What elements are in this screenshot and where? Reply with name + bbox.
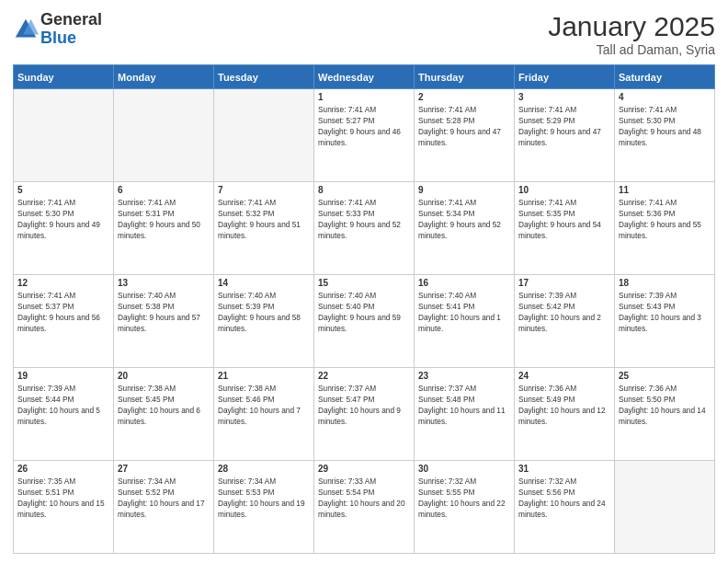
day-header-saturday: Saturday (615, 65, 715, 89)
calendar-table: SundayMondayTuesdayWednesdayThursdayFrid… (13, 64, 715, 554)
day-number: 26 (17, 464, 109, 474)
calendar-week-3: 12Sunrise: 7:41 AM Sunset: 5:37 PM Dayli… (14, 275, 715, 368)
calendar-week-5: 26Sunrise: 7:35 AM Sunset: 5:51 PM Dayli… (14, 461, 715, 554)
day-info: Sunrise: 7:34 AM Sunset: 5:53 PM Dayligh… (218, 476, 310, 520)
day-number: 29 (318, 464, 410, 474)
day-info: Sunrise: 7:40 AM Sunset: 5:41 PM Dayligh… (418, 290, 510, 334)
calendar-title: January 2025 (548, 11, 715, 42)
calendar-cell: 18Sunrise: 7:39 AM Sunset: 5:43 PM Dayli… (615, 275, 715, 368)
calendar-cell: 13Sunrise: 7:40 AM Sunset: 5:38 PM Dayli… (114, 275, 214, 368)
day-info: Sunrise: 7:38 AM Sunset: 5:46 PM Dayligh… (218, 383, 310, 427)
day-number: 1 (318, 92, 410, 102)
day-info: Sunrise: 7:41 AM Sunset: 5:36 PM Dayligh… (619, 197, 711, 241)
calendar-cell: 4Sunrise: 7:41 AM Sunset: 5:30 PM Daylig… (615, 89, 715, 182)
day-info: Sunrise: 7:35 AM Sunset: 5:51 PM Dayligh… (17, 476, 109, 520)
day-number: 27 (118, 464, 210, 474)
calendar-cell: 1Sunrise: 7:41 AM Sunset: 5:27 PM Daylig… (314, 89, 415, 182)
calendar-cell: 15Sunrise: 7:40 AM Sunset: 5:40 PM Dayli… (314, 275, 415, 368)
calendar-cell: 28Sunrise: 7:34 AM Sunset: 5:53 PM Dayli… (214, 461, 314, 554)
calendar-cell: 16Sunrise: 7:40 AM Sunset: 5:41 PM Dayli… (415, 275, 515, 368)
day-number: 21 (218, 371, 310, 381)
calendar-cell: 26Sunrise: 7:35 AM Sunset: 5:51 PM Dayli… (14, 461, 114, 554)
day-number: 30 (418, 464, 510, 474)
day-number: 28 (218, 464, 310, 474)
day-info: Sunrise: 7:39 AM Sunset: 5:44 PM Dayligh… (17, 383, 109, 427)
day-number: 24 (518, 371, 610, 381)
day-info: Sunrise: 7:32 AM Sunset: 5:56 PM Dayligh… (518, 476, 610, 520)
day-info: Sunrise: 7:39 AM Sunset: 5:42 PM Dayligh… (518, 290, 610, 334)
day-info: Sunrise: 7:34 AM Sunset: 5:52 PM Dayligh… (118, 476, 210, 520)
day-number: 10 (518, 185, 610, 195)
calendar-cell: 17Sunrise: 7:39 AM Sunset: 5:42 PM Dayli… (515, 275, 615, 368)
day-info: Sunrise: 7:41 AM Sunset: 5:33 PM Dayligh… (318, 197, 410, 241)
day-number: 3 (518, 92, 610, 102)
calendar-cell: 2Sunrise: 7:41 AM Sunset: 5:28 PM Daylig… (415, 89, 515, 182)
calendar-cell: 23Sunrise: 7:37 AM Sunset: 5:48 PM Dayli… (415, 368, 515, 461)
day-header-friday: Friday (515, 65, 615, 89)
day-number: 25 (619, 371, 711, 381)
day-info: Sunrise: 7:41 AM Sunset: 5:37 PM Dayligh… (17, 290, 109, 334)
day-info: Sunrise: 7:37 AM Sunset: 5:47 PM Dayligh… (318, 383, 410, 427)
calendar-cell: 21Sunrise: 7:38 AM Sunset: 5:46 PM Dayli… (214, 368, 314, 461)
day-number: 7 (218, 185, 310, 195)
calendar-cell: 5Sunrise: 7:41 AM Sunset: 5:30 PM Daylig… (14, 182, 114, 275)
calendar-cell: 30Sunrise: 7:32 AM Sunset: 5:55 PM Dayli… (415, 461, 515, 554)
day-info: Sunrise: 7:41 AM Sunset: 5:31 PM Dayligh… (118, 197, 210, 241)
calendar-cell: 29Sunrise: 7:33 AM Sunset: 5:54 PM Dayli… (314, 461, 415, 554)
day-info: Sunrise: 7:39 AM Sunset: 5:43 PM Dayligh… (619, 290, 711, 334)
calendar-cell (14, 89, 114, 182)
day-header-monday: Monday (114, 65, 214, 89)
day-info: Sunrise: 7:40 AM Sunset: 5:40 PM Dayligh… (318, 290, 410, 334)
day-number: 8 (318, 185, 410, 195)
calendar-cell: 6Sunrise: 7:41 AM Sunset: 5:31 PM Daylig… (114, 182, 214, 275)
calendar-header-row: SundayMondayTuesdayWednesdayThursdayFrid… (14, 65, 715, 89)
day-info: Sunrise: 7:40 AM Sunset: 5:39 PM Dayligh… (218, 290, 310, 334)
calendar-week-1: 1Sunrise: 7:41 AM Sunset: 5:27 PM Daylig… (14, 89, 715, 182)
page: General Blue January 2025 Tall ad Daman,… (0, 0, 728, 563)
day-header-thursday: Thursday (415, 65, 515, 89)
day-number: 9 (418, 185, 510, 195)
day-info: Sunrise: 7:40 AM Sunset: 5:38 PM Dayligh… (118, 290, 210, 334)
day-number: 23 (418, 371, 510, 381)
day-number: 6 (118, 185, 210, 195)
calendar-cell: 10Sunrise: 7:41 AM Sunset: 5:35 PM Dayli… (515, 182, 615, 275)
day-info: Sunrise: 7:41 AM Sunset: 5:30 PM Dayligh… (17, 197, 109, 241)
day-number: 15 (318, 278, 410, 288)
day-info: Sunrise: 7:33 AM Sunset: 5:54 PM Dayligh… (318, 476, 410, 520)
day-number: 2 (418, 92, 510, 102)
day-info: Sunrise: 7:41 AM Sunset: 5:28 PM Dayligh… (418, 104, 510, 148)
day-number: 17 (518, 278, 610, 288)
calendar-subtitle: Tall ad Daman, Syria (548, 42, 715, 57)
day-info: Sunrise: 7:36 AM Sunset: 5:49 PM Dayligh… (518, 383, 610, 427)
day-number: 19 (17, 371, 109, 381)
calendar-cell (214, 89, 314, 182)
logo: General Blue (13, 11, 102, 48)
calendar-cell: 8Sunrise: 7:41 AM Sunset: 5:33 PM Daylig… (314, 182, 415, 275)
calendar-cell: 3Sunrise: 7:41 AM Sunset: 5:29 PM Daylig… (515, 89, 615, 182)
calendar-cell: 25Sunrise: 7:36 AM Sunset: 5:50 PM Dayli… (615, 368, 715, 461)
day-header-wednesday: Wednesday (314, 65, 415, 89)
calendar-week-4: 19Sunrise: 7:39 AM Sunset: 5:44 PM Dayli… (14, 368, 715, 461)
calendar-cell: 27Sunrise: 7:34 AM Sunset: 5:52 PM Dayli… (114, 461, 214, 554)
day-info: Sunrise: 7:41 AM Sunset: 5:32 PM Dayligh… (218, 197, 310, 241)
logo-icon (13, 17, 39, 42)
day-number: 31 (518, 464, 610, 474)
day-number: 14 (218, 278, 310, 288)
day-info: Sunrise: 7:32 AM Sunset: 5:55 PM Dayligh… (418, 476, 510, 520)
day-header-tuesday: Tuesday (214, 65, 314, 89)
day-number: 16 (418, 278, 510, 288)
calendar-cell: 9Sunrise: 7:41 AM Sunset: 5:34 PM Daylig… (415, 182, 515, 275)
calendar-cell: 31Sunrise: 7:32 AM Sunset: 5:56 PM Dayli… (515, 461, 615, 554)
day-number: 11 (619, 185, 711, 195)
calendar-week-2: 5Sunrise: 7:41 AM Sunset: 5:30 PM Daylig… (14, 182, 715, 275)
day-number: 5 (17, 185, 109, 195)
logo-general-text: General (40, 10, 102, 29)
day-info: Sunrise: 7:41 AM Sunset: 5:27 PM Dayligh… (318, 104, 410, 148)
day-info: Sunrise: 7:38 AM Sunset: 5:45 PM Dayligh… (118, 383, 210, 427)
calendar-cell: 24Sunrise: 7:36 AM Sunset: 5:49 PM Dayli… (515, 368, 615, 461)
calendar-cell: 22Sunrise: 7:37 AM Sunset: 5:47 PM Dayli… (314, 368, 415, 461)
title-block: January 2025 Tall ad Daman, Syria (548, 11, 715, 57)
day-number: 12 (17, 278, 109, 288)
calendar-cell: 20Sunrise: 7:38 AM Sunset: 5:45 PM Dayli… (114, 368, 214, 461)
day-number: 13 (118, 278, 210, 288)
